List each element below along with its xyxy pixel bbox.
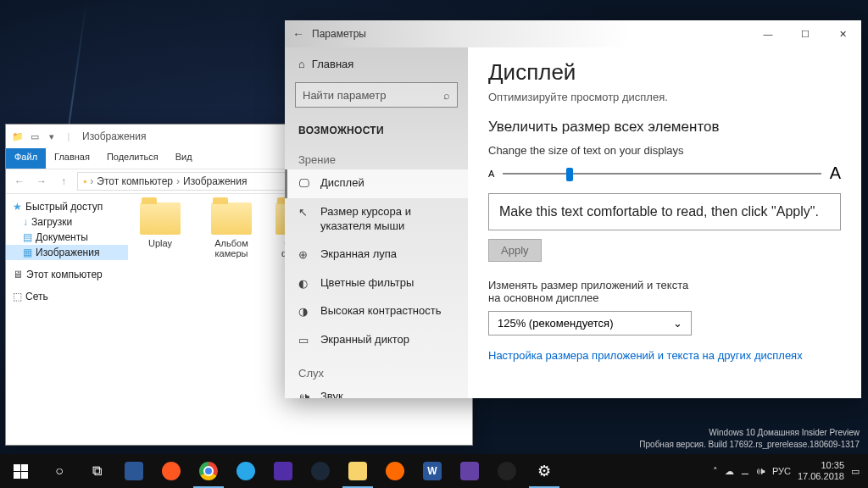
taskbar-app[interactable] [264,454,302,488]
breadcrumb-icon: ▪ [83,175,86,187]
back-button[interactable]: ← [285,27,312,41]
explorer-title: Изображения [82,130,146,142]
app-icon [125,462,143,480]
minimize-button[interactable]: — [749,20,787,47]
nav-up-icon[interactable]: ↑ [55,175,72,187]
tray-notifications-icon[interactable]: ▭ [851,466,860,477]
taskview-icon: ⧉ [92,463,102,479]
sidebar-item-magnifier[interactable]: ⊕ Экранная лупа [285,241,468,269]
app-icon [498,462,516,480]
nav-pictures[interactable]: ▦Изображения [6,245,128,260]
sidebar-home[interactable]: ⌂ Главная [285,53,468,75]
taskbar-telegram[interactable] [227,454,264,488]
qat-dropdown-icon[interactable]: ▾ [45,130,58,143]
slider-max-label: A [830,164,841,183]
tray-network-icon[interactable]: ⚊ [741,466,749,477]
taskbar: ○ ⧉ W ⚙ ˄ ☁ ⚊ 🕪 РУС 10:35 17.06.2018 ▭ [0,454,868,488]
sidebar-item-colorfilters[interactable]: ◐ Цветные фильтры [285,269,468,298]
tray-volume-icon[interactable]: 🕪 [756,466,765,476]
gear-icon: ⚙ [537,462,551,480]
nav-network[interactable]: ⬚Сеть [6,289,128,304]
system-tray[interactable]: ˄ ☁ ⚊ 🕪 РУС 10:35 17.06.2018 ▭ [713,460,868,482]
settings-search[interactable]: Найти параметр ⌕ [295,82,458,108]
settings-main: Дисплей Оптимизируйте просмотр дисплея. … [468,47,861,398]
start-button[interactable] [0,454,41,488]
breadcrumb-current[interactable]: Изображения [183,175,247,187]
magnifier-icon: ⊕ [298,248,312,263]
sidebar-subgroup-vision: Зрение [285,141,468,169]
nav-back-icon[interactable]: ← [11,175,28,187]
taskbar-search[interactable]: ○ [41,454,78,488]
taskbar-app[interactable] [376,454,414,488]
ribbon-tab-file[interactable]: Файл [6,148,46,169]
other-displays-link[interactable]: Настройка размера приложений и текста на… [488,347,841,364]
sidebar-item-cursor[interactable]: ↖ Размер курсора и указателя мыши [285,198,468,241]
settings-titlebar[interactable]: ← Параметры — ☐ ✕ [285,20,861,47]
page-heading: Дисплей [488,59,841,86]
tray-onedrive-icon[interactable]: ☁ [725,466,734,477]
taskbar-steam[interactable] [302,454,339,488]
ribbon-tab-share[interactable]: Поделиться [98,148,167,169]
settings-title: Параметры [312,28,749,40]
nav-downloads[interactable]: ↓Загрузки [6,214,128,230]
app-icon [386,462,404,480]
taskbar-chrome[interactable] [190,454,227,488]
settings-window: ← Параметры — ☐ ✕ ⌂ Главная Найти параме… [285,20,861,398]
folder-label: Альбом камеры [204,238,259,258]
taskbar-app[interactable] [488,454,526,488]
taskbar-twitch[interactable] [451,454,488,488]
chevron-down-icon: ⌄ [673,317,682,330]
sidebar-item-sound[interactable]: 🕪 Звук [285,383,468,398]
taskbar-explorer[interactable] [339,454,376,488]
search-icon: ○ [55,463,64,479]
slider-label: Change the size of text on your displays [488,144,841,157]
taskbar-taskview[interactable]: ⧉ [78,454,115,488]
search-icon: ⌕ [443,89,450,102]
colorfilter-icon: ◐ [298,277,312,291]
search-placeholder: Найти параметр [303,89,386,102]
dropdown-value: 125% (рекомендуется) [498,317,613,330]
explorer-nav-pane: ★Быстрый доступ ↓Загрузки ▤Документы ▦Из… [6,194,128,445]
windows-watermark: Windows 10 Домашняя Insider Preview Проб… [639,427,860,451]
qat-props-icon[interactable]: ▭ [28,130,42,143]
ribbon-tab-view[interactable]: Вид [167,148,201,169]
narrator-icon: ▭ [298,334,312,348]
taskbar-settings[interactable]: ⚙ [526,454,563,488]
taskbar-app[interactable] [153,454,190,488]
scale-dropdown[interactable]: 125% (рекомендуется) ⌄ [488,311,692,336]
text-size-slider[interactable]: A A [488,164,841,183]
taskbar-word[interactable]: W [414,454,451,488]
sidebar-item-display[interactable]: 🖵 Дисплей [285,169,468,198]
nav-this-pc[interactable]: 🖥Этот компьютер [6,267,128,282]
app-icon [274,462,292,480]
folder-item[interactable]: Uplay [133,202,187,248]
sample-text-box: Make this text comfortable to read, then… [488,193,841,230]
twitch-icon [460,462,479,480]
sidebar-item-narrator[interactable]: ▭ Экранный диктор [285,326,468,355]
nav-documents[interactable]: ▤Документы [6,230,128,245]
ribbon-tab-home[interactable]: Главная [46,148,98,169]
page-subtitle: Оптимизируйте просмотр дисплея. [488,91,841,103]
steam-icon [311,462,330,480]
tray-chevron-icon[interactable]: ˄ [713,466,718,477]
folder-item[interactable]: Альбом камеры [204,202,259,258]
contrast-icon: ◑ [298,305,312,319]
folder-icon [348,462,367,480]
sidebar-group: возможности [285,114,468,141]
apply-button[interactable]: Apply [488,239,542,262]
word-icon: W [423,462,442,480]
close-button[interactable]: ✕ [824,20,861,47]
folder-label: Uplay [133,238,187,248]
taskbar-app[interactable] [115,454,153,488]
divider: | [62,130,75,143]
tray-clock[interactable]: 10:35 17.06.2018 [798,460,844,482]
nav-fwd-icon[interactable]: → [33,175,50,187]
slider-track[interactable] [503,173,821,175]
breadcrumb-root[interactable]: Этот компьютер [97,175,173,187]
tray-lang[interactable]: РУС [772,466,791,476]
maximize-button[interactable]: ☐ [787,20,824,47]
display-icon: 🖵 [298,177,312,191]
slider-thumb[interactable] [566,168,573,181]
nav-quick-access[interactable]: ★Быстрый доступ [6,199,128,214]
sidebar-item-highcontrast[interactable]: ◑ Высокая контрастность [285,297,468,326]
